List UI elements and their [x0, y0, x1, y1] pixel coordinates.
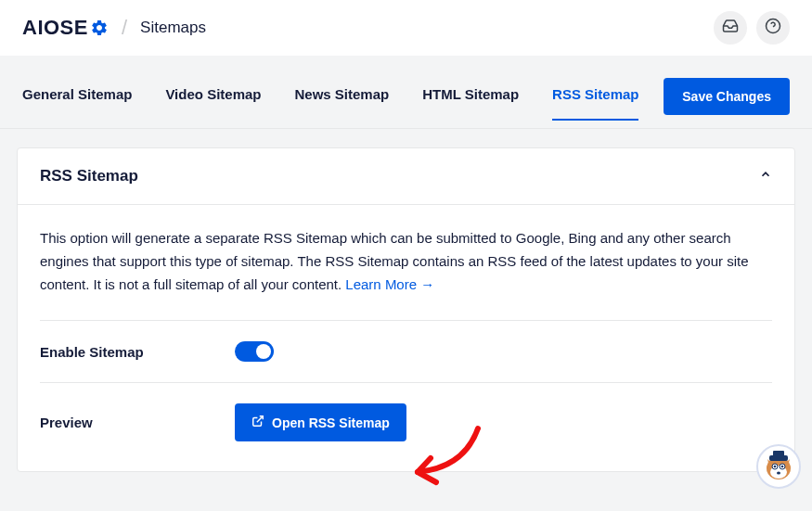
- enable-sitemap-label: Enable Sitemap: [40, 344, 235, 360]
- header-left: AIOSE / Sitemaps: [22, 16, 206, 40]
- inbox-icon: [722, 18, 739, 38]
- mascot-avatar[interactable]: [756, 444, 801, 489]
- help-button[interactable]: [756, 11, 790, 45]
- tabs-row: General Sitemap Video Sitemap News Sitem…: [0, 56, 812, 129]
- external-link-icon: [251, 415, 264, 430]
- panel-header[interactable]: RSS Sitemap: [18, 148, 794, 205]
- header-right: [714, 11, 790, 45]
- save-changes-button[interactable]: Save Changes: [664, 78, 790, 115]
- svg-line-2: [257, 416, 263, 422]
- tab-news-sitemap[interactable]: News Sitemap: [294, 86, 389, 121]
- svg-point-12: [777, 472, 780, 475]
- learn-more-link[interactable]: Learn More →: [345, 276, 434, 292]
- enable-sitemap-toggle[interactable]: [235, 341, 274, 362]
- tab-html-sitemap[interactable]: HTML Sitemap: [422, 86, 519, 121]
- chevron-up-icon: [759, 168, 772, 185]
- svg-rect-7: [773, 451, 784, 457]
- tabs: General Sitemap Video Sitemap News Sitem…: [22, 86, 638, 121]
- help-icon: [765, 18, 781, 38]
- inbox-button[interactable]: [714, 11, 747, 45]
- tab-rss-sitemap[interactable]: RSS Sitemap: [552, 86, 638, 121]
- tab-general-sitemap[interactable]: General Sitemap: [22, 86, 132, 121]
- open-rss-sitemap-button[interactable]: Open RSS Sitemap: [235, 403, 406, 441]
- logo-text: AIOSE: [22, 16, 88, 40]
- svg-point-11: [781, 466, 784, 468]
- rss-sitemap-panel: RSS Sitemap This option will generate a …: [17, 147, 795, 472]
- preview-label: Preview: [40, 415, 235, 430]
- open-button-label: Open RSS Sitemap: [272, 415, 390, 430]
- tab-video-sitemap[interactable]: Video Sitemap: [165, 86, 261, 121]
- svg-point-10: [774, 466, 777, 468]
- page-title: Sitemaps: [140, 19, 206, 37]
- panel-description: This option will generate a separate RSS…: [40, 227, 772, 321]
- panel-title: RSS Sitemap: [40, 167, 138, 185]
- logo[interactable]: AIOSE: [22, 16, 109, 40]
- enable-sitemap-row: Enable Sitemap: [40, 321, 772, 383]
- preview-row: Preview Open RSS Sitemap: [40, 383, 772, 449]
- panel-body: This option will generate a separate RSS…: [18, 205, 794, 471]
- app-header: AIOSE / Sitemaps: [0, 0, 812, 56]
- logo-divider: /: [122, 16, 127, 40]
- gear-icon: [90, 19, 109, 37]
